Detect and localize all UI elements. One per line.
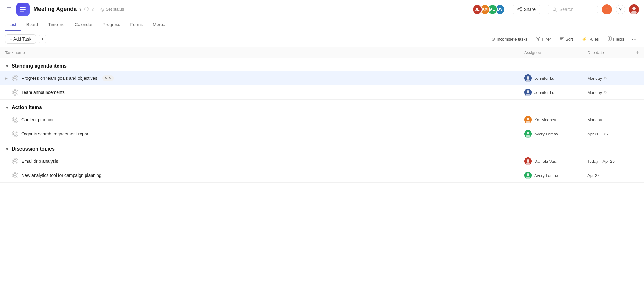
task-row-left: ▶ New analytics tool for campaign planni… [5,172,519,178]
task-name: Progress on team goals and objectives [21,76,97,81]
due-date-cell: Monday [582,118,639,122]
section-discussion-topics[interactable]: ▼ Discussion topics [0,141,644,154]
svg-rect-16 [608,37,609,40]
star-icon[interactable]: ☆ [91,7,95,12]
assignee-name: Kat Mooney [534,118,556,122]
info-icon[interactable]: ⓘ [84,6,89,12]
fields-icon [608,36,612,41]
due-date-cell: Today – Apr 20 [582,159,639,164]
assignee-avatar [524,130,532,138]
subtask-icon: ⤷ [105,76,108,80]
tab-progress[interactable]: Progress [98,19,125,31]
task-row-left: ▶ Organic search engagement report [5,131,519,137]
tab-more[interactable]: More... [148,19,171,31]
task-check-button[interactable] [12,75,18,81]
due-date-cell: Monday ↺ [582,90,639,95]
task-table: ▼ Standing agenda items ▶ Progress on te… [0,58,644,183]
table-row[interactable]: ▶ Email drip analysis Daniela Var... Tod… [0,154,644,168]
task-check-button[interactable] [12,158,18,164]
help-button[interactable]: ? [616,5,625,14]
svg-point-4 [518,9,519,10]
circle-dot-icon: ◎ [100,7,104,12]
title-chevron-icon[interactable]: ▾ [79,7,81,12]
table-header: Task name Assignee Due date + [0,47,644,58]
svg-point-25 [526,94,530,96]
add-task-dropdown-button[interactable]: ▾ [39,35,46,43]
tab-board[interactable]: Board [22,19,42,31]
svg-point-40 [527,173,529,176]
task-name: Organic search engagement report [21,131,90,136]
svg-point-18 [13,76,17,80]
user-avatar[interactable] [629,4,639,14]
recurring-icon: ↺ [604,90,607,95]
task-check-button[interactable] [12,89,18,96]
assignee-avatar [524,74,532,82]
filter-button[interactable]: Filter [532,35,555,43]
incomplete-tasks-button[interactable]: ⊙ Incomplete tasks [488,35,531,43]
section-title: Action items [12,105,42,110]
sort-button[interactable]: Sort [556,35,577,43]
task-name: Email drip analysis [21,159,58,164]
task-expand-icon[interactable]: ▶ [5,76,8,80]
table-row[interactable]: ▶ New analytics tool for campaign planni… [0,168,644,183]
col-header-task-name: Task name [5,50,519,55]
rules-button[interactable]: ⚡ Rules [578,35,602,43]
svg-line-6 [519,9,520,10]
assignee-cell: Jennifer Lu [519,74,582,82]
svg-point-12 [631,11,637,14]
section-action-items[interactable]: ▼ Action items [0,100,644,113]
svg-point-5 [520,10,522,11]
task-check-button[interactable] [12,172,18,178]
toolbar: + Add Task ▾ ⊙ Incomplete tasks Filter S… [0,31,644,47]
toolbar-filter-group: ⊙ Incomplete tasks Filter Sort ⚡ Rules F… [488,35,639,44]
task-subtask-badge: ⤷ 9 [102,75,114,81]
project-title: Meeting Agenda [33,6,77,13]
assignee-name: Jennifer Lu [534,76,554,81]
task-check-button[interactable] [12,117,18,123]
svg-point-29 [526,121,530,123]
col-header-due-date: Due date + [582,50,639,55]
search-box[interactable]: Search [548,5,598,14]
svg-point-20 [527,76,529,79]
circle-check-icon: ⊙ [491,36,495,41]
task-name: Content planning [21,117,55,122]
global-add-button[interactable]: + [602,4,612,14]
table-row[interactable]: ▶ Content planning Kat Mooney Monday [0,113,644,127]
tab-calendar[interactable]: Calendar [70,19,97,31]
assignee-name: Daniela Var... [534,159,558,164]
table-row[interactable]: ▶ Organic search engagement report Avery… [0,127,644,141]
due-date-cell: Apr 27 [582,173,639,178]
assignee-cell: Avery Lomax [519,130,582,138]
section-title: Standing agenda items [12,63,67,69]
svg-point-3 [520,7,522,8]
set-status-button[interactable]: ◎ Set status [98,6,126,13]
tab-forms[interactable]: Forms [126,19,147,31]
section-standing-agenda[interactable]: ▼ Standing agenda items [0,58,644,71]
task-name: New analytics tool for campaign planning [21,173,101,178]
add-column-button[interactable]: + [636,50,639,55]
assignee-avatar [524,116,532,123]
due-date-cell: Apr 20 – 27 [582,132,639,136]
toolbar-more-button[interactable]: ··· [629,35,639,44]
task-check-button[interactable] [12,131,18,137]
task-name: Team announcements [21,90,65,95]
fields-button[interactable]: Fields [604,35,628,43]
assignee-name: Jennifer Lu [534,90,554,95]
svg-point-41 [526,177,530,179]
avatar[interactable]: JL [472,4,482,14]
task-row-left: ▶ Content planning [5,117,519,123]
assignee-cell: Jennifer Lu [519,89,582,96]
tab-list[interactable]: List [5,19,21,31]
svg-point-11 [632,7,636,10]
app-icon [16,3,30,16]
svg-point-26 [13,118,17,122]
section-chevron-icon: ▼ [5,147,9,151]
add-task-button[interactable]: + Add Task [5,34,36,44]
table-row[interactable]: ▶ Progress on team goals and objectives … [0,71,644,85]
share-button[interactable]: Share [513,5,540,14]
hamburger-icon[interactable]: ☰ [5,5,13,14]
tab-timeline[interactable]: Timeline [44,19,69,31]
svg-point-36 [527,159,529,162]
table-row[interactable]: ▶ Team announcements Jennifer Lu Monday … [0,85,644,100]
svg-point-33 [526,135,530,138]
